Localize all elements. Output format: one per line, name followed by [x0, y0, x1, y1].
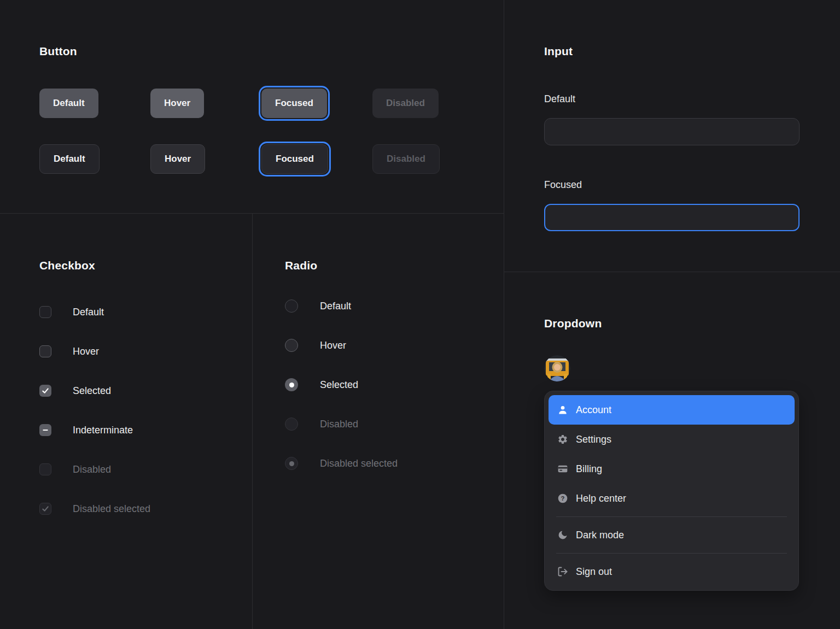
- menu-item-label: Help center: [576, 493, 626, 504]
- check-icon: [41, 386, 50, 395]
- dropdown-section: Dropdown Account: [504, 272, 840, 629]
- menu-divider: [556, 516, 787, 517]
- menu-item-label: Account: [576, 404, 611, 416]
- checkbox-row-hover: Hover: [39, 345, 252, 357]
- radio-label: Disabled: [320, 419, 358, 430]
- button-primary-default[interactable]: Default: [39, 89, 98, 118]
- credit-card-icon: [557, 463, 568, 474]
- checkbox-label: Disabled: [73, 464, 111, 475]
- help-icon: ?: [557, 493, 568, 504]
- avatar-photo: [544, 355, 570, 381]
- checkbox-row-default: Default: [39, 306, 252, 318]
- checkbox-row-selected: Selected: [39, 385, 252, 397]
- radio-row-hover: Hover: [285, 339, 504, 352]
- input-section: Input Default Focused: [504, 0, 840, 272]
- checkbox-label: Disabled selected: [73, 503, 150, 515]
- svg-text:?: ?: [561, 495, 565, 502]
- menu-item-account[interactable]: Account: [549, 395, 795, 425]
- avatar[interactable]: [544, 355, 570, 381]
- checkbox-label: Selected: [73, 385, 111, 397]
- minus-icon: [41, 426, 50, 434]
- checkbox-selected[interactable]: [39, 385, 51, 397]
- radio-label: Disabled selected: [320, 458, 398, 469]
- section-title-input: Input: [544, 45, 800, 58]
- sign-out-icon: [557, 566, 568, 577]
- gear-icon: [557, 434, 568, 445]
- menu-item-label: Sign out: [576, 566, 612, 578]
- radio-list: Default Hover Selected Disabled Disabled…: [285, 299, 504, 470]
- checkbox-row-indeterminate: Indeterminate: [39, 424, 252, 436]
- moon-icon: [557, 530, 568, 540]
- checkbox-row-disabled: Disabled: [39, 463, 252, 475]
- radio-row-default: Default: [285, 299, 504, 313]
- menu-item-label: Billing: [576, 463, 602, 475]
- checkbox-label: Indeterminate: [73, 425, 133, 436]
- checkbox-disabled-selected: [39, 503, 51, 515]
- checkbox-default[interactable]: [39, 306, 51, 318]
- checkbox-disabled: [39, 463, 51, 475]
- radio-label: Hover: [320, 340, 346, 351]
- checkbox-indeterminate[interactable]: [39, 424, 51, 436]
- radio-disabled-selected: [285, 457, 298, 470]
- input-label-focused: Focused: [544, 179, 800, 191]
- menu-item-settings[interactable]: Settings: [549, 425, 795, 454]
- radio-default[interactable]: [285, 299, 298, 313]
- button-primary-disabled: Disabled: [372, 89, 439, 118]
- button-primary-hover[interactable]: Hover: [150, 89, 204, 118]
- menu-item-label: Settings: [576, 434, 611, 445]
- radio-selected[interactable]: [285, 378, 298, 391]
- menu-item-sign-out[interactable]: Sign out: [549, 557, 795, 586]
- checkbox-section: Checkbox Default Hover Selected In: [0, 213, 252, 629]
- menu-item-dark-mode[interactable]: Dark mode: [549, 520, 795, 550]
- text-input-default[interactable]: [544, 118, 800, 145]
- checkbox-hover[interactable]: [39, 345, 51, 357]
- button-secondary-disabled: Disabled: [372, 144, 440, 174]
- input-label-default: Default: [544, 93, 800, 105]
- menu-item-billing[interactable]: Billing: [549, 454, 795, 484]
- check-icon: [41, 504, 50, 513]
- radio-hover[interactable]: [285, 339, 298, 352]
- section-title-radio: Radio: [285, 259, 504, 272]
- checkbox-row-disabled-selected: Disabled selected: [39, 503, 252, 515]
- radio-row-selected: Selected: [285, 378, 504, 391]
- button-section: Button Default Hover Focused Disabled De…: [0, 0, 504, 213]
- button-primary-focused[interactable]: Focused: [261, 89, 327, 118]
- section-title-button: Button: [39, 45, 504, 58]
- radio-row-disabled: Disabled: [285, 418, 504, 431]
- menu-item-help-center[interactable]: ? Help center: [549, 484, 795, 513]
- menu-item-label: Dark mode: [576, 530, 624, 541]
- section-title-checkbox: Checkbox: [39, 259, 252, 272]
- button-grid: Default Hover Focused Disabled Default H…: [39, 89, 504, 174]
- checkbox-list: Default Hover Selected Indeterminate: [39, 306, 252, 515]
- radio-disabled: [285, 418, 298, 431]
- checkbox-label: Hover: [73, 346, 99, 357]
- user-icon: [557, 404, 568, 415]
- button-secondary-focused[interactable]: Focused: [261, 144, 328, 174]
- menu-divider: [556, 553, 787, 554]
- button-secondary-default[interactable]: Default: [39, 144, 100, 174]
- radio-label: Selected: [320, 379, 358, 391]
- text-input-focused[interactable]: [544, 204, 800, 231]
- radio-section: Radio Default Hover Selected Disabled Di…: [252, 213, 504, 629]
- button-secondary-hover[interactable]: Hover: [150, 144, 205, 174]
- dropdown-menu: Account Settings Billing ? Help center: [544, 391, 799, 591]
- radio-label: Default: [320, 301, 351, 312]
- radio-row-disabled-selected: Disabled selected: [285, 457, 504, 470]
- radio-dot: [289, 383, 294, 387]
- section-title-dropdown: Dropdown: [544, 317, 800, 330]
- checkbox-label: Default: [73, 307, 104, 318]
- radio-dot: [289, 461, 294, 466]
